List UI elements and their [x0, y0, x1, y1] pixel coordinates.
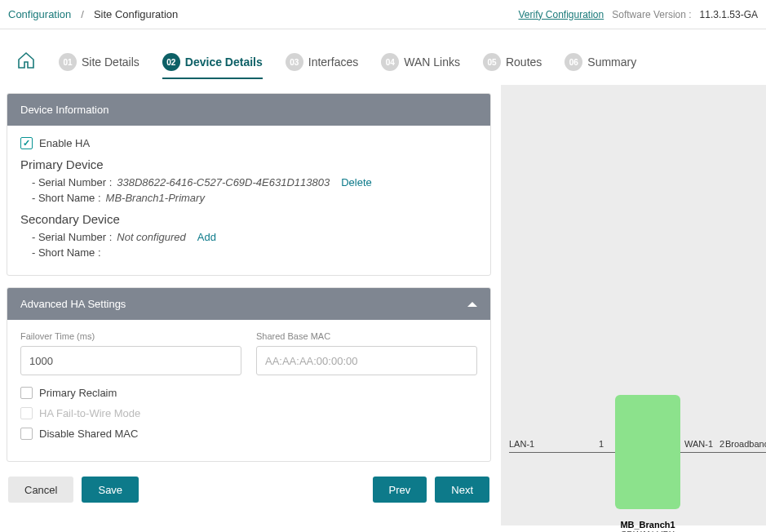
secondary-serial-label: Serial Number :: [32, 231, 112, 243]
verify-configuration-link[interactable]: Verify Configuration: [518, 9, 604, 20]
enable-ha-label: Enable HA: [39, 137, 90, 149]
shared-base-mac-label: Shared Base MAC: [256, 331, 477, 341]
breadcrumb-current: Site Configuration: [94, 8, 178, 20]
primary-device-title: Primary Device: [20, 157, 477, 171]
wan-link-line: [680, 452, 766, 453]
tab-number: 06: [565, 53, 582, 71]
shared-base-mac-input[interactable]: [256, 346, 477, 375]
device-node-icon: [615, 395, 680, 509]
device-information-header: Device Information: [7, 94, 490, 126]
tab-label: Device Details: [185, 55, 263, 69]
wan-label: WAN-1: [684, 439, 713, 449]
device-name: MB_Branch1: [591, 520, 705, 530]
tab-number: 01: [59, 53, 77, 71]
tab-interfaces[interactable]: 03 Interfaces: [286, 47, 358, 78]
tab-number: 03: [286, 53, 303, 71]
disable-shared-mac-checkbox[interactable]: Disable Shared MAC: [20, 428, 477, 440]
tab-label: WAN Links: [404, 55, 460, 69]
advanced-ha-settings-panel: Advanced HA Settings Failover Time (ms) …: [7, 287, 491, 462]
failover-time-label: Failover Time (ms): [20, 331, 241, 341]
chevron-up-icon: [467, 302, 477, 307]
advanced-ha-settings-header[interactable]: Advanced HA Settings: [7, 288, 490, 320]
save-button[interactable]: Save: [82, 477, 139, 503]
broadband-label: Broadband-Verizon: [725, 439, 766, 449]
tab-label: Routes: [506, 55, 542, 69]
software-version-value: 11.3.1.53-GA: [700, 9, 758, 20]
tab-site-details[interactable]: 01 Site Details: [59, 47, 139, 78]
secondary-serial-value: Not configured: [117, 231, 186, 243]
checkbox-icon: [20, 428, 33, 440]
primary-reclaim-label: Primary Reclaim: [39, 387, 117, 399]
primary-short-name-value: MB-Branch1-Primary: [106, 192, 205, 204]
tab-routes[interactable]: 05 Routes: [483, 47, 542, 78]
checkbox-icon: [20, 407, 33, 419]
wan-port-label: 2: [720, 439, 724, 449]
breadcrumb-configuration[interactable]: Configuration: [8, 8, 71, 20]
secondary-short-name-label: Short Name :: [32, 246, 101, 259]
primary-serial-value: 338D8622-6416-C527-C69D-4E631D113803: [117, 176, 330, 188]
advanced-ha-title: Advanced HA Settings: [20, 298, 126, 310]
add-secondary-serial-link[interactable]: Add: [197, 231, 216, 243]
disable-shared-mac-label: Disable Shared MAC: [39, 428, 138, 440]
tab-number: 02: [162, 53, 180, 71]
failover-time-input[interactable]: [20, 346, 241, 375]
cancel-button[interactable]: Cancel: [8, 477, 73, 503]
tab-number: 04: [381, 53, 399, 71]
checkbox-icon: [20, 137, 33, 149]
tab-number: 05: [483, 53, 501, 71]
tab-label: Site Details: [82, 55, 139, 69]
lan-link-line: [509, 452, 615, 453]
primary-short-name-label: Short Name :: [32, 192, 101, 204]
primary-serial-label: Serial Number :: [32, 176, 112, 188]
device-information-panel: Device Information Enable HA Primary Dev…: [7, 93, 491, 276]
enable-ha-checkbox[interactable]: Enable HA: [20, 137, 477, 149]
tab-label: Summary: [587, 55, 636, 69]
breadcrumb-separator: /: [81, 8, 84, 20]
checkbox-icon: [20, 387, 33, 399]
delete-primary-serial-link[interactable]: Delete: [341, 176, 372, 188]
topology-preview: LAN-1 1 WAN-1 2 Broadband-Verizon MB_Bra…: [501, 85, 766, 525]
fail-to-wire-checkbox: HA Fail-to-Wire Mode: [20, 407, 477, 419]
secondary-device-title: Secondary Device: [20, 212, 477, 226]
software-version-label: Software Version :: [612, 9, 691, 20]
primary-reclaim-checkbox[interactable]: Primary Reclaim: [20, 387, 477, 399]
tab-wan-links[interactable]: 04 WAN Links: [381, 47, 460, 78]
tab-device-details[interactable]: 02 Device Details: [162, 47, 263, 78]
breadcrumb: Configuration / Site Configuration: [8, 8, 178, 20]
next-button[interactable]: Next: [435, 477, 489, 503]
tab-label: Interfaces: [308, 55, 358, 69]
home-icon[interactable]: [16, 51, 36, 73]
lan-port-label: 1: [599, 439, 604, 449]
fail-to-wire-label: HA Fail-to-Wire Mode: [39, 407, 140, 419]
tab-summary[interactable]: 06 Summary: [565, 47, 636, 78]
lan-label: LAN-1: [509, 439, 534, 449]
prev-button[interactable]: Prev: [373, 477, 427, 503]
